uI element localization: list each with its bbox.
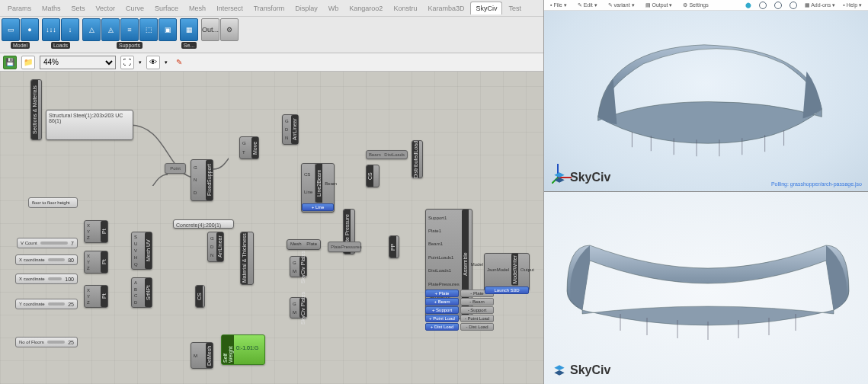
arr-linear-node-2[interactable]: GDNArrLinear: [207, 232, 224, 262]
skyciv-bottom-panel: SkyCiv: [544, 192, 868, 384]
point-node-1[interactable]: XYZPt: [84, 220, 108, 243]
launch-s3d-button[interactable]: Launch S3D: [485, 286, 529, 294]
tab-display[interactable]: Display: [290, 2, 322, 14]
tab-surface[interactable]: Surface: [150, 2, 183, 14]
ribbon-model-label: Model: [11, 42, 30, 49]
tab-curve[interactable]: Curve: [121, 2, 149, 14]
open-button[interactable]: 📁: [21, 56, 35, 69]
floor-height-slider[interactable]: floor to floor height: [28, 197, 78, 208]
view-toggle-2[interactable]: [759, 2, 767, 9]
skyciv-3d-view-top[interactable]: SkyCiv Polling: grasshopper/arch-passage…: [544, 11, 868, 191]
remove-dist-load-button[interactable]: - Dist Load: [460, 323, 494, 331]
remove-point-load-button[interactable]: - Point Load: [460, 315, 494, 322]
ribbon-settings-button[interactable]: ⚙: [220, 18, 239, 41]
arr-linear-node-1[interactable]: GDNArrLinear: [282, 114, 299, 145]
add-dist-load-button[interactable]: + Dist Load: [425, 323, 459, 331]
ribbon-support2-button[interactable]: ◬: [101, 18, 120, 41]
srf4pt-node[interactable]: ABCDSrf4Pt: [131, 277, 152, 308]
tab-test[interactable]: Test: [504, 2, 526, 14]
mesh-uv-node[interactable]: SUVHQMesh UV: [131, 232, 152, 270]
skyciv-plates-node-2[interactable]: GMSkyCiv Plates: [290, 297, 307, 318]
tab-mesh[interactable]: Mesh: [184, 2, 210, 14]
ribbon-loads-label: Loads: [51, 42, 70, 49]
tab-maths[interactable]: Maths: [37, 2, 66, 14]
zoom-extents-button[interactable]: ⛶: [120, 56, 134, 69]
preview-button[interactable]: 👁: [146, 56, 160, 69]
view-toggle-4[interactable]: [790, 2, 797, 9]
cs-node-small[interactable]: CS: [366, 165, 380, 187]
tab-wb[interactable]: Wb: [324, 2, 344, 14]
ribbon-out-button[interactable]: Out...: [201, 18, 219, 41]
self-weight-node[interactable]: Self Weight0:-1.01:G: [221, 334, 265, 365]
tab-skyciv[interactable]: SkyCiv: [470, 2, 502, 14]
grasshopper-canvas[interactable]: Sections & Materials Structural Steel(1)…: [0, 72, 543, 384]
tab-transform[interactable]: Transform: [249, 2, 290, 14]
menu-addons[interactable]: ▦ Add-ons ▾: [805, 2, 836, 8]
view-toggle-1[interactable]: ⬤: [745, 2, 751, 8]
ribbon-line-button[interactable]: ▭: [2, 18, 20, 41]
structural-steel-panel[interactable]: Structural Steel(1):203x203 UC 86(1): [46, 110, 133, 140]
line2beam-node[interactable]: CSLineLine2BeamBeam + Line: [301, 163, 335, 213]
cs-node[interactable]: CS: [195, 285, 205, 308]
canvas-toolbar: 💾 📁 44% ⛶ ▾ 👁 ▾ ✎: [0, 53, 543, 72]
remove-beam-button[interactable]: - Beam: [460, 298, 494, 306]
x-coordinate-slider-2[interactable]: X coordinate100: [15, 274, 78, 284]
y-coordinate-slider[interactable]: Y coordinate25: [15, 299, 78, 309]
tab-konstru[interactable]: Konstru: [389, 2, 421, 14]
skyciv-plates-node-1[interactable]: GMSkyCiv Plates: [290, 256, 307, 277]
ribbon-point-button[interactable]: ●: [21, 18, 39, 41]
no-floors-slider[interactable]: No of Floors25: [15, 337, 78, 347]
view-toggle-3[interactable]: [774, 2, 782, 9]
point-node-3[interactable]: XYZPt: [84, 285, 108, 308]
beam-distloads-labels: BeamDistLoads: [366, 150, 408, 159]
skyciv-3d-view-bottom[interactable]: SkyCiv: [544, 192, 868, 384]
menu-help[interactable]: ▪ Help ▾: [843, 2, 862, 8]
skyciv-top-panel: ▪ File ▾ ✎ Edit ▾ ✎ variant ▾ ▤ Output ▾…: [544, 0, 868, 192]
polling-status: Polling: grasshopper/arch-passage.jso: [771, 181, 862, 187]
distributed-load-node[interactable]: DistributedLoad: [412, 140, 423, 178]
fixed-support-node[interactable]: GNDFixedSupport: [191, 159, 213, 201]
ribbon-support4-button[interactable]: ⬚: [139, 18, 158, 41]
menu-settings[interactable]: ⚙ Settings: [683, 2, 708, 8]
ribbon-se-button[interactable]: ▦: [180, 18, 198, 41]
tab-kangaroo2[interactable]: Kangaroo2: [344, 2, 387, 14]
v-count-slider[interactable]: V Count7: [17, 238, 78, 248]
tab-params[interactable]: Params: [3, 2, 36, 14]
skyciv-logo-2: SkyCiv: [552, 363, 610, 378]
plate-pressures-label: PlatePressures: [328, 242, 361, 252]
ribbon-support3-button[interactable]: ≡: [120, 18, 139, 41]
ribbon-load1-button[interactable]: ↓↓↓: [42, 18, 60, 41]
tab-intersect[interactable]: Intersect: [212, 2, 248, 14]
ribbon-support5-button[interactable]: ▣: [159, 18, 177, 41]
ribbon-load2-button[interactable]: ↓: [61, 18, 79, 41]
menu-output[interactable]: ▤ Output ▾: [645, 2, 673, 8]
ribbon-support1-button[interactable]: △: [82, 18, 101, 41]
skyciv-logo: SkyCiv: [552, 170, 610, 185]
point-label: Point: [165, 163, 186, 174]
save-button[interactable]: 💾: [3, 56, 17, 69]
sections-materials-node[interactable]: Sections & Materials: [30, 79, 42, 140]
remove-support-button[interactable]: - Support: [460, 306, 494, 314]
sketch-button[interactable]: ✎: [172, 56, 186, 69]
demesh-node[interactable]: MDeMesh: [191, 342, 213, 369]
tab-sets[interactable]: Sets: [67, 2, 90, 14]
menu-edit[interactable]: ✎ Edit ▾: [578, 2, 597, 8]
tab-vector[interactable]: Vector: [91, 2, 120, 14]
menu-file[interactable]: ▪ File ▾: [550, 2, 567, 8]
model-writer-node[interactable]: JsonModel ModelWriter Output Launch S3D: [484, 253, 530, 291]
tab-karamba3d[interactable]: Karamba3D: [423, 2, 469, 14]
concrete-panel[interactable]: Concrete(4):200(1): [173, 219, 234, 229]
add-line-button[interactable]: + Line: [302, 203, 334, 211]
material-thickness-node[interactable]: Material & Thickness: [240, 232, 254, 285]
zoom-select[interactable]: 44%: [40, 56, 116, 69]
plate-pressure-node-2[interactable]: PP: [389, 235, 399, 258]
add-plate-button[interactable]: + Plate: [425, 290, 459, 297]
x-coordinate-slider-1[interactable]: X coordinate80: [15, 254, 78, 265]
add-beam-button[interactable]: + Beam: [425, 298, 459, 306]
menu-variant[interactable]: ✎ variant ▾: [608, 2, 635, 8]
move-node[interactable]: GTMove: [239, 136, 259, 159]
ribbon: ▭ ● Model ↓↓↓ ↓ Loads △ ◬ ≡ ⬚ ▣ Supports: [0, 17, 543, 53]
add-point-load-button[interactable]: + Point Load: [425, 315, 459, 322]
add-support-button[interactable]: + Support: [425, 306, 459, 314]
point-node-2[interactable]: XYZPt: [84, 251, 108, 274]
